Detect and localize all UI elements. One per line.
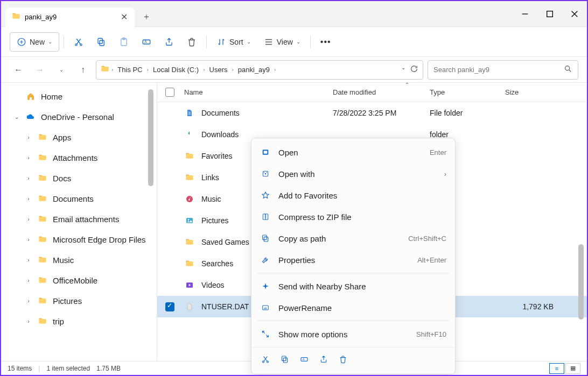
- select-all-checkbox[interactable]: [157, 88, 182, 97]
- paste-button[interactable]: [114, 32, 134, 52]
- sidebar-item[interactable]: ›trip: [1, 311, 157, 331]
- search-box[interactable]: [428, 60, 578, 80]
- context-menu: OpenEnterOpen with›Add to FavoritesCompr…: [251, 138, 456, 374]
- search-icon[interactable]: [564, 65, 572, 75]
- breadcrumb[interactable]: This PC: [115, 66, 144, 74]
- minimize-button[interactable]: [513, 1, 537, 27]
- sidebar-home[interactable]: Home: [1, 86, 157, 107]
- sidebar-item[interactable]: ›Pictures: [1, 290, 157, 311]
- rename-icon[interactable]: [300, 355, 309, 364]
- new-button[interactable]: New⌄: [10, 32, 59, 52]
- sidebar-item[interactable]: ›Music: [1, 250, 157, 270]
- scrollbar-thumb[interactable]: [578, 244, 584, 320]
- menu-item[interactable]: Show more optionsShift+F10: [251, 323, 455, 345]
- recent-button[interactable]: ⌄: [53, 61, 70, 79]
- maximize-button[interactable]: [537, 1, 562, 27]
- selection-size: 1.75 MB: [96, 365, 121, 372]
- icons-view-button[interactable]: ▦: [565, 363, 580, 374]
- view-button[interactable]: View⌄: [258, 32, 306, 52]
- new-tab-button[interactable]: ＋: [137, 8, 156, 27]
- menu-item[interactable]: OpenEnter: [251, 141, 455, 163]
- selection-count: 1 item selected: [46, 365, 90, 372]
- breadcrumb[interactable]: Local Disk (C:): [151, 66, 201, 74]
- sort-button[interactable]: Sort⌄: [211, 32, 256, 52]
- more-button[interactable]: •••: [315, 32, 337, 52]
- breadcrumb[interactable]: panki_ay9: [236, 66, 272, 74]
- toolbar: New⌄ Sort⌄ View⌄ •••: [1, 27, 587, 57]
- titlebar: panki_ay9 ✕ ＋: [1, 1, 587, 27]
- menu-item[interactable]: PowerRename: [251, 297, 455, 318]
- addressbar[interactable]: › This PC› Local Disk (C:)› Users› panki…: [96, 60, 423, 80]
- refresh-icon[interactable]: [410, 65, 418, 75]
- details-view-button[interactable]: ≡: [549, 363, 564, 374]
- column-date[interactable]: Date modified: [333, 88, 430, 96]
- column-headers: ⌃ Name Date modified Type Size: [157, 83, 587, 102]
- file-row[interactable]: Documents 7/28/2022 3:25 PM File folder: [157, 102, 587, 124]
- svg-rect-23: [547, 11, 553, 17]
- menu-item[interactable]: Send with Nearby Share: [251, 275, 455, 297]
- close-icon[interactable]: ✕: [120, 13, 128, 22]
- rename-button[interactable]: [136, 32, 157, 52]
- navbar: ← → ⌄ ↑ › This PC› Local Disk (C:)› User…: [1, 57, 587, 83]
- delete-button[interactable]: [181, 32, 202, 52]
- sidebar-item[interactable]: ›OfficeMobile: [1, 270, 157, 290]
- column-name[interactable]: Name: [182, 88, 333, 96]
- menu-item[interactable]: PropertiesAlt+Enter: [251, 249, 455, 271]
- up-button[interactable]: ↑: [74, 61, 92, 79]
- menu-item[interactable]: Add to Favorites: [251, 185, 455, 206]
- sidebar-item[interactable]: ›Microsoft Edge Drop Files: [1, 229, 157, 250]
- sidebar-item[interactable]: ›Apps: [1, 127, 157, 147]
- sidebar-item[interactable]: ›Documents: [1, 188, 157, 209]
- chevron-down-icon[interactable]: ⌄: [401, 65, 405, 75]
- sort-indicator: ⌃: [405, 82, 409, 88]
- menu-item[interactable]: Compress to ZIP file: [251, 206, 455, 228]
- sidebar-onedrive[interactable]: ⌄OneDrive - Personal: [1, 107, 157, 127]
- back-button[interactable]: ←: [10, 61, 27, 79]
- close-button[interactable]: [562, 1, 587, 27]
- tab-title: panki_ay9: [25, 13, 115, 21]
- column-type[interactable]: Type: [430, 88, 505, 96]
- breadcrumb[interactable]: Users: [207, 66, 230, 74]
- sidebar-item[interactable]: ›Attachments: [1, 147, 157, 168]
- column-size[interactable]: Size: [505, 88, 559, 96]
- share-icon[interactable]: [319, 355, 328, 364]
- folder-icon: [101, 65, 109, 75]
- copy-button[interactable]: [91, 32, 111, 52]
- tab[interactable]: panki_ay9 ✕: [5, 8, 135, 27]
- item-count: 15 items: [8, 365, 32, 372]
- delete-icon[interactable]: [339, 355, 347, 364]
- share-button[interactable]: [159, 32, 179, 52]
- folder-icon: [12, 12, 20, 22]
- sidebar: Home ⌄OneDrive - Personal ›Apps›Attachme…: [1, 83, 157, 361]
- cut-button[interactable]: [68, 32, 89, 52]
- sidebar-item[interactable]: ›Email attachments: [1, 209, 157, 229]
- scrollbar-thumb[interactable]: [148, 89, 153, 186]
- menu-item[interactable]: Open with›: [251, 163, 455, 185]
- copy-icon[interactable]: [281, 355, 289, 364]
- menu-item[interactable]: Copy as pathCtrl+Shift+C: [251, 228, 455, 249]
- cut-icon[interactable]: [261, 355, 270, 364]
- forward-button[interactable]: →: [31, 61, 48, 79]
- search-input[interactable]: [433, 66, 564, 74]
- sidebar-item[interactable]: ›Docs: [1, 168, 157, 188]
